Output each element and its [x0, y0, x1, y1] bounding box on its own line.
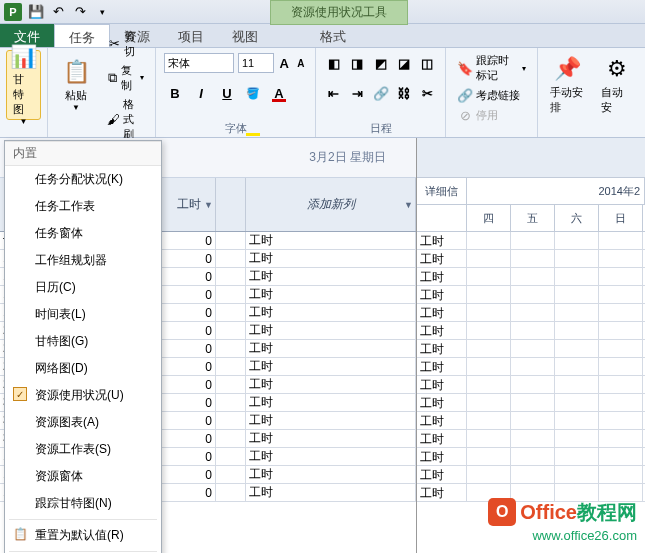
respect-link-button[interactable]: 🔗考虑链接 — [454, 86, 529, 104]
font-color-button[interactable]: A — [268, 82, 290, 104]
outdent-button[interactable]: ⇤ — [324, 82, 343, 104]
watermark-url: www.office26.com — [532, 528, 637, 543]
qat-customize-icon[interactable]: ▾ — [92, 2, 112, 22]
indent-0-button[interactable]: ◧ — [324, 52, 343, 74]
timeline-row[interactable]: 工时 — [417, 340, 645, 358]
tab-view[interactable]: 视图 — [218, 24, 272, 47]
timeline-row[interactable]: 工时 — [417, 466, 645, 484]
pin-icon: 📌 — [551, 55, 583, 83]
bold-button[interactable]: B — [164, 82, 186, 104]
col-detail[interactable]: 详细信 — [417, 178, 467, 204]
track-mark-button[interactable]: 🔖跟踪时标记▾ — [454, 52, 529, 84]
timeline-row[interactable]: 工时 — [417, 322, 645, 340]
timeline-row[interactable]: 工时 — [417, 430, 645, 448]
watermark: O Office教程网 www.office26.com — [488, 498, 637, 543]
schedule-group-label: 日程 — [316, 121, 445, 136]
deactivate-button[interactable]: ⊘停用 — [454, 106, 529, 124]
timeline-row[interactable]: 工时 — [417, 376, 645, 394]
font-size-input[interactable] — [238, 53, 274, 73]
split-button[interactable]: ✂ — [418, 82, 437, 104]
shrink-font-button[interactable]: A — [295, 52, 308, 74]
brush-icon: 🖌 — [107, 111, 120, 127]
timeline-header: 详细信 2014年2 四五六日 — [417, 178, 645, 232]
auto-icon: ⚙ — [601, 55, 633, 83]
font-name-input[interactable] — [164, 53, 234, 73]
view-menu-item[interactable]: 甘特图(G) — [5, 328, 161, 355]
col-add-new[interactable]: 添加新列▼ — [246, 178, 416, 231]
contextual-tool-label: 资源使用状况工具 — [270, 0, 408, 25]
view-menu-item[interactable]: 资源工作表(S) — [5, 436, 161, 463]
dropdown-section-builtin: 内置 — [5, 141, 161, 166]
timeline-row[interactable]: 工时 — [417, 412, 645, 430]
gantt-view-button[interactable]: 📊 甘特图 ▼ — [6, 50, 41, 120]
tab-project[interactable]: 项目 — [164, 24, 218, 47]
watermark-icon: O — [488, 498, 516, 526]
day-header: 六 — [555, 205, 599, 231]
underline-button[interactable]: U — [216, 82, 238, 104]
timeline-row[interactable]: 工时 — [417, 394, 645, 412]
view-menu-item[interactable]: 资源图表(A) — [5, 409, 161, 436]
fill-color-button[interactable]: 🪣 — [242, 82, 264, 104]
check-icon: ✓ — [13, 387, 27, 401]
copy-button[interactable]: ⧉复制▾ — [104, 62, 147, 94]
timeline-row[interactable]: 工时 — [417, 232, 645, 250]
chevron-down-icon: ▼ — [204, 200, 213, 210]
stop-icon: ⊘ — [457, 107, 473, 123]
col-work[interactable]: 工时▼ — [162, 178, 216, 231]
redo-icon[interactable]: ↷ — [70, 2, 90, 22]
ribbon: 📊 甘特图 ▼ 📋 粘贴 ▼ ✂剪切 ⧉复制▾ 🖌格式刷 A A — [0, 48, 645, 138]
chevron-down-icon: ▼ — [72, 103, 80, 112]
reset-icon: 📋 — [13, 527, 27, 541]
timeline-row[interactable]: 工时 — [417, 250, 645, 268]
paste-button[interactable]: 📋 粘贴 ▼ — [54, 50, 98, 120]
indent-button[interactable]: ⇥ — [347, 82, 366, 104]
view-dropdown: 内置 任务分配状况(K)任务工作表任务窗体工作组规划器日历(C)时间表(L)甘特… — [4, 140, 162, 553]
view-menu-item[interactable]: 工作组规划器 — [5, 247, 161, 274]
scissors-icon: ✂ — [107, 36, 121, 52]
timeline-row[interactable]: 工时 — [417, 268, 645, 286]
day-header: 五 — [511, 205, 555, 231]
tab-format[interactable]: 格式 — [306, 24, 360, 47]
separator — [9, 519, 157, 520]
gantt-icon: 📊 — [8, 44, 40, 70]
copy-icon: ⧉ — [107, 70, 118, 86]
view-menu-item[interactable]: 任务工作表 — [5, 193, 161, 220]
day-header: 日 — [599, 205, 643, 231]
view-menu-item[interactable]: 任务分配状况(K) — [5, 166, 161, 193]
view-menu-item[interactable]: 时间表(L) — [5, 301, 161, 328]
undo-icon[interactable]: ↶ — [48, 2, 68, 22]
manual-schedule-button[interactable]: 📌 手动安排 — [544, 50, 591, 120]
reset-default-item[interactable]: 📋重置为默认值(R) — [5, 522, 161, 549]
view-menu-item[interactable]: ✓资源使用状况(U) — [5, 382, 161, 409]
format-painter-button[interactable]: 🖌格式刷 — [104, 96, 147, 143]
view-menu-item[interactable]: 网络图(D) — [5, 355, 161, 382]
auto-schedule-button[interactable]: ⚙ 自动安 — [595, 50, 639, 120]
year-label: 2014年2 — [467, 178, 645, 204]
cut-button[interactable]: ✂剪切 — [104, 28, 147, 60]
unlink-button[interactable]: ⛓ — [394, 82, 413, 104]
view-menu-item[interactable]: 日历(C) — [5, 274, 161, 301]
timeline-row[interactable]: 工时 — [417, 286, 645, 304]
timeline-row[interactable]: 工时 — [417, 304, 645, 322]
save-icon[interactable]: 💾 — [26, 2, 46, 22]
italic-button[interactable]: I — [190, 82, 212, 104]
chevron-down-icon: ▼ — [404, 200, 413, 210]
indent-25-button[interactable]: ◨ — [347, 52, 366, 74]
indent-75-button[interactable]: ◪ — [394, 52, 413, 74]
indent-50-button[interactable]: ◩ — [371, 52, 390, 74]
paste-icon: 📋 — [60, 58, 92, 86]
app-icon: P — [4, 3, 22, 21]
day-header: 四 — [467, 205, 511, 231]
timeline-row[interactable]: 工时 — [417, 448, 645, 466]
timeline-row[interactable]: 工时 — [417, 358, 645, 376]
view-menu-item[interactable]: 资源窗体 — [5, 463, 161, 490]
view-menu-item[interactable]: 任务窗体 — [5, 220, 161, 247]
timeline-area: 详细信 2014年2 四五六日 工时工时工时工时工时工时工时工时工时工时工时工时… — [417, 138, 645, 553]
link-icon: 🔗 — [457, 87, 473, 103]
ribbon-tabs: 资源使用状况工具 文件 任务 资源 项目 视图 格式 — [0, 24, 645, 48]
indent-100-button[interactable]: ◫ — [418, 52, 437, 74]
view-menu-item[interactable]: 跟踪甘特图(N) — [5, 490, 161, 517]
flag-icon: 🔖 — [457, 60, 473, 76]
grow-font-button[interactable]: A — [278, 52, 291, 74]
link-button[interactable]: 🔗 — [371, 82, 390, 104]
